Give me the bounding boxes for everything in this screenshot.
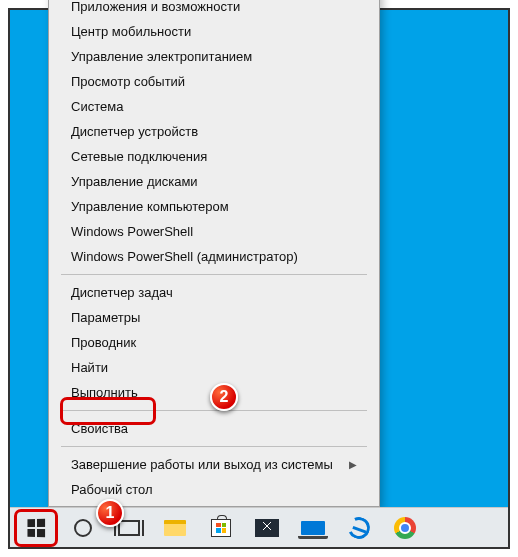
menu-mobility-center[interactable]: Центр мобильности bbox=[49, 19, 379, 44]
edge-icon bbox=[345, 513, 373, 541]
menu-shutdown-signout[interactable]: Завершение работы или выход из системы ▶ bbox=[49, 452, 379, 477]
chrome-icon bbox=[394, 517, 416, 539]
task-view-icon bbox=[118, 520, 140, 536]
menu-file-explorer[interactable]: Проводник bbox=[49, 330, 379, 355]
windows-logo-icon bbox=[27, 518, 45, 537]
menu-properties[interactable]: Свойства bbox=[49, 416, 379, 441]
taskbar-mail[interactable] bbox=[246, 510, 288, 546]
menu-system[interactable]: Система bbox=[49, 94, 379, 119]
menu-device-manager[interactable]: Диспетчер устройств bbox=[49, 119, 379, 144]
winx-context-menu: Приложения и возможности Центр мобильнос… bbox=[48, 0, 380, 507]
menu-apps-features[interactable]: Приложения и возможности bbox=[49, 0, 379, 19]
menu-separator bbox=[61, 274, 367, 275]
annotation-badge-2: 2 bbox=[210, 383, 238, 411]
chevron-right-icon: ▶ bbox=[349, 459, 357, 470]
menu-desktop[interactable]: Рабочий стол bbox=[49, 477, 379, 502]
menu-powershell-admin[interactable]: Windows PowerShell (администратор) bbox=[49, 244, 379, 269]
menu-network-connections[interactable]: Сетевые подключения bbox=[49, 144, 379, 169]
menu-powershell[interactable]: Windows PowerShell bbox=[49, 219, 379, 244]
laptop-icon bbox=[301, 521, 325, 535]
folder-icon bbox=[164, 520, 186, 536]
menu-separator bbox=[61, 410, 367, 411]
taskbar-chrome[interactable] bbox=[384, 510, 426, 546]
annotation-badge-1: 1 bbox=[96, 499, 124, 527]
taskbar-laptop-app[interactable] bbox=[292, 510, 334, 546]
menu-event-viewer[interactable]: Просмотр событий bbox=[49, 69, 379, 94]
menu-search[interactable]: Найти bbox=[49, 355, 379, 380]
menu-settings[interactable]: Параметры bbox=[49, 305, 379, 330]
menu-computer-management[interactable]: Управление компьютером bbox=[49, 194, 379, 219]
menu-power-options[interactable]: Управление электропитанием bbox=[49, 44, 379, 69]
menu-disk-management[interactable]: Управление дисками bbox=[49, 169, 379, 194]
start-button[interactable] bbox=[14, 509, 58, 547]
mail-icon bbox=[255, 519, 279, 537]
taskbar bbox=[10, 507, 508, 547]
taskbar-edge[interactable] bbox=[338, 510, 380, 546]
taskbar-file-explorer[interactable] bbox=[154, 510, 196, 546]
menu-task-manager[interactable]: Диспетчер задач bbox=[49, 280, 379, 305]
taskbar-store[interactable] bbox=[200, 510, 242, 546]
store-icon bbox=[211, 519, 231, 537]
menu-separator bbox=[61, 446, 367, 447]
cortana-icon bbox=[74, 519, 92, 537]
